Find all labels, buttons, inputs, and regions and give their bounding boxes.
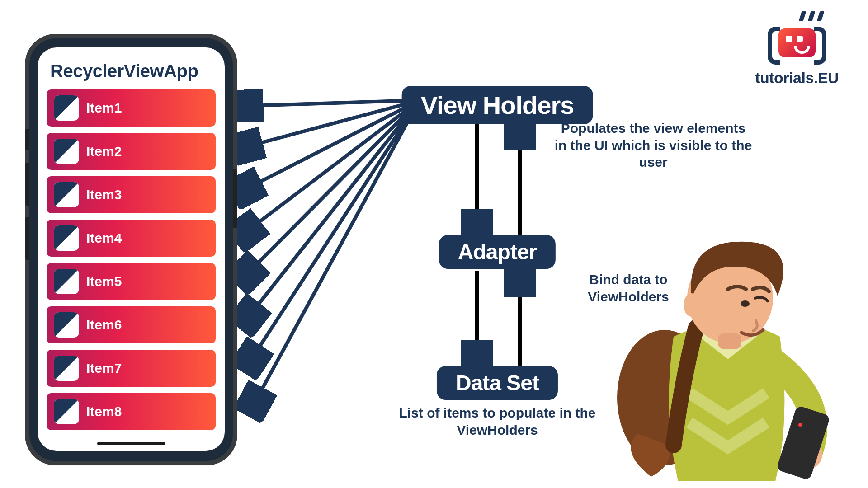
list-item: Item7 (47, 350, 216, 387)
item-label: Item7 (86, 361, 122, 376)
phone-mockup: RecyclerViewApp Item1 Item2 Item3 Item4 … (29, 38, 233, 461)
caption-data-set: List of items to populate in the ViewHol… (380, 404, 615, 438)
mascot-illustration (606, 230, 841, 488)
node-adapter: Adapter (439, 235, 556, 269)
item-label: Item3 (86, 187, 122, 202)
item-icon (54, 269, 79, 294)
item-label: Item4 (86, 230, 122, 246)
recycler-list: Item1 Item2 Item3 Item4 Item5 Item6 (47, 89, 216, 430)
item-label: Item6 (86, 317, 122, 333)
phone-screen: RecyclerViewApp Item1 Item2 Item3 Item4 … (38, 47, 225, 451)
svg-line-6 (246, 106, 416, 367)
svg-line-4 (241, 104, 416, 280)
svg-rect-19 (718, 333, 741, 349)
svg-point-15 (798, 423, 802, 427)
svg-line-0 (237, 100, 416, 106)
item-label: Item8 (86, 404, 122, 419)
list-item: Item3 (47, 176, 216, 213)
brand-logo: tutorials.EU (755, 16, 839, 87)
svg-point-18 (741, 300, 750, 307)
phone-volume-button (25, 163, 29, 206)
item-icon (54, 399, 79, 424)
home-indicator (97, 442, 165, 445)
phone-volume-button (25, 217, 29, 260)
phone-power-button (233, 169, 237, 228)
phone-volume-button (25, 129, 29, 150)
node-view-holders: View Holders (402, 86, 593, 124)
list-item: Item2 (47, 133, 216, 170)
item-icon (54, 95, 79, 121)
item-icon (54, 225, 79, 251)
item-label: Item2 (86, 144, 122, 159)
item-icon (54, 356, 79, 381)
brand-name: tutorials.EU (755, 69, 839, 87)
item-icon (54, 312, 79, 338)
list-item: Item1 (47, 89, 216, 127)
item-icon (54, 182, 79, 207)
app-title: RecyclerViewApp (50, 61, 216, 81)
svg-point-17 (684, 293, 700, 317)
list-item: Item8 (47, 393, 216, 430)
caption-view-holders: Populates the view elements in the UI wh… (554, 120, 753, 171)
list-item: Item4 (47, 220, 216, 257)
list-item: Item6 (47, 306, 216, 343)
item-label: Item5 (86, 274, 122, 289)
svg-line-1 (237, 101, 416, 149)
node-data-set: Data Set (437, 366, 558, 400)
svg-line-7 (250, 107, 416, 410)
svg-line-5 (243, 105, 416, 324)
svg-line-3 (240, 103, 416, 237)
list-item: Item5 (47, 263, 216, 300)
svg-line-2 (238, 102, 416, 193)
item-icon (54, 139, 79, 164)
logo-mark (768, 16, 826, 66)
item-label: Item1 (86, 100, 122, 116)
